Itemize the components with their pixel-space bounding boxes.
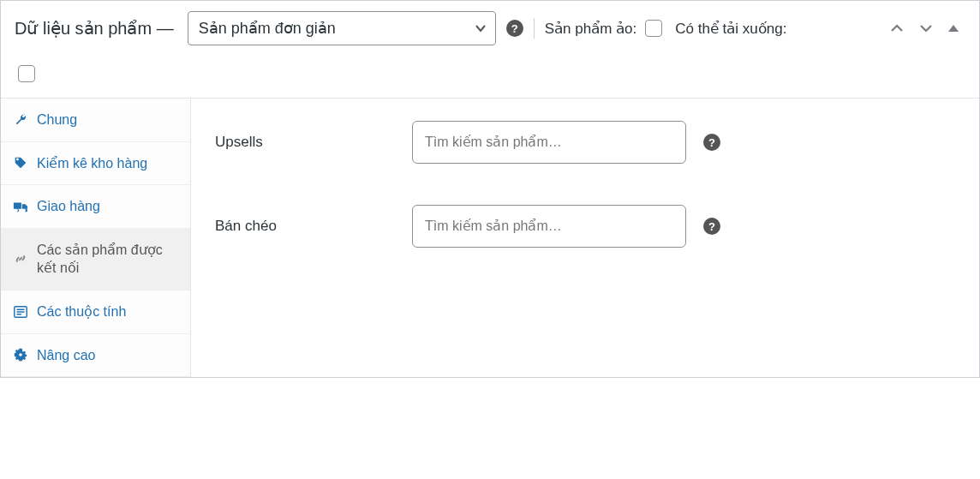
tab-general[interactable]: Chung: [1, 99, 190, 142]
upsells-label: Upsells: [215, 134, 395, 151]
content-area: Upsells ? Bán chéo ?: [191, 99, 979, 377]
tab-attributes[interactable]: Các thuộc tính: [1, 290, 190, 334]
truck-icon: [13, 199, 28, 214]
tag-icon: [13, 155, 28, 171]
link-icon: [13, 251, 28, 266]
help-icon[interactable]: ?: [703, 134, 720, 151]
toggle-collapse-icon[interactable]: [947, 21, 960, 35]
product-type-select[interactable]: Sản phẩm đơn giản: [188, 11, 496, 45]
tab-inventory-label: Kiểm kê kho hàng: [37, 154, 147, 173]
tab-general-label: Chung: [37, 111, 77, 129]
product-type-select-wrap: Sản phẩm đơn giản: [188, 11, 496, 45]
svg-point-1: [23, 209, 26, 212]
panel-body: Chung Kiểm kê kho hàng Giao hàng Các sản…: [1, 99, 979, 377]
tab-linked-products[interactable]: Các sản phẩm được kết nối: [1, 229, 190, 290]
tab-shipping[interactable]: Giao hàng: [1, 185, 190, 229]
panel-title: Dữ liệu sản phẩm —: [15, 18, 174, 39]
upsells-search-input[interactable]: [412, 121, 686, 164]
tab-advanced[interactable]: Nâng cao: [1, 334, 190, 378]
tabs-sidebar: Chung Kiểm kê kho hàng Giao hàng Các sản…: [1, 99, 191, 377]
svg-point-0: [15, 209, 18, 212]
help-icon[interactable]: ?: [703, 218, 720, 235]
list-icon: [13, 304, 28, 320]
tab-attributes-label: Các thuộc tính: [37, 302, 126, 321]
virtual-label-text: Sản phẩm ảo:: [545, 20, 637, 38]
downloadable-checkbox[interactable]: [18, 65, 35, 82]
svg-point-3: [19, 354, 22, 357]
crosssells-search-input[interactable]: [412, 205, 686, 248]
tab-shipping-label: Giao hàng: [37, 197, 100, 216]
wrench-icon: [13, 112, 28, 128]
tab-inventory[interactable]: Kiểm kê kho hàng: [1, 142, 190, 186]
tab-linked-label: Các sản phẩm được kết nối: [37, 241, 178, 278]
downloadable-checkbox-row: [15, 56, 965, 87]
gear-icon: [13, 347, 28, 362]
virtual-checkbox[interactable]: [645, 20, 662, 37]
help-icon[interactable]: ?: [506, 20, 523, 37]
crosssells-label: Bán chéo: [215, 218, 395, 235]
move-down-icon[interactable]: [917, 20, 935, 37]
divider: [534, 18, 535, 39]
move-up-icon[interactable]: [888, 20, 905, 37]
upsells-row: Upsells ?: [215, 121, 955, 164]
panel-header: Dữ liệu sản phẩm — Sản phẩm đơn giản ? S…: [1, 1, 979, 99]
tab-advanced-label: Nâng cao: [37, 346, 96, 365]
panel-controls: [888, 20, 965, 37]
downloadable-label: Có thể tải xuống:: [675, 20, 786, 38]
product-data-panel: Dữ liệu sản phẩm — Sản phẩm đơn giản ? S…: [0, 0, 980, 378]
virtual-label: Sản phẩm ảo:: [545, 17, 666, 39]
crosssells-row: Bán chéo ?: [215, 205, 955, 248]
downloadable-label-text: Có thể tải xuống:: [675, 20, 786, 38]
